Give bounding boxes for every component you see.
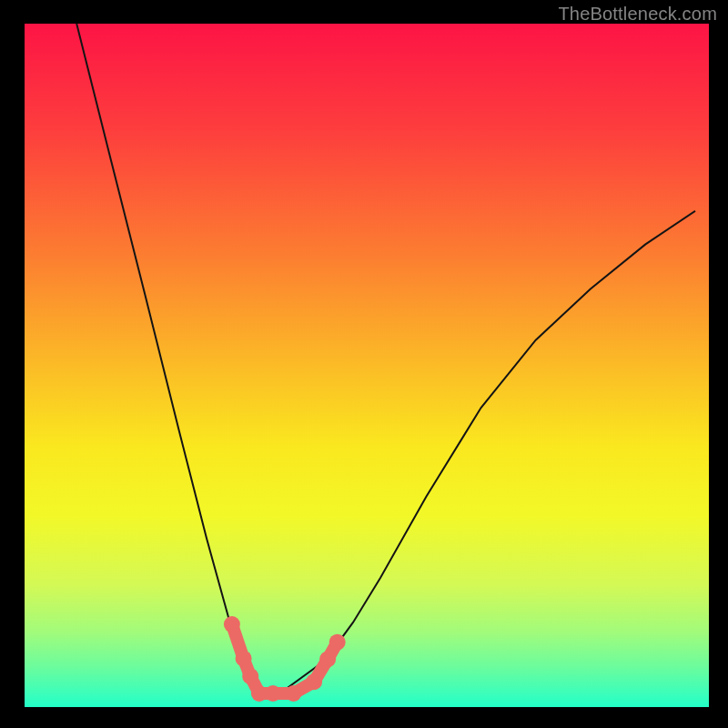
chart-card: TheBottleneck.com	[0, 0, 728, 728]
overlay-dot	[224, 616, 240, 632]
overlay-dot	[286, 685, 302, 702]
overlay-dot	[265, 685, 281, 702]
overlay-dot	[329, 634, 346, 651]
chart-plot	[0, 0, 728, 728]
gradient-background	[25, 24, 709, 707]
overlay-dot	[236, 651, 252, 667]
overlay-dot	[242, 668, 258, 684]
overlay-dot	[319, 651, 336, 667]
watermark-text: TheBottleneck.com	[558, 4, 717, 25]
overlay-dot	[306, 673, 322, 690]
